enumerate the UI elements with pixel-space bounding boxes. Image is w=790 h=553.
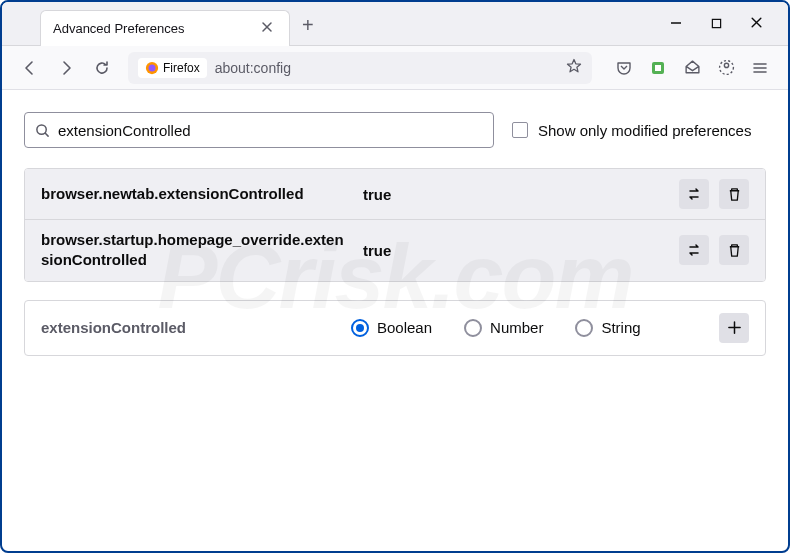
bookmark-star-icon[interactable] [566,58,582,78]
delete-button[interactable] [719,179,749,209]
close-window-button[interactable] [744,16,768,32]
toggle-button[interactable] [679,179,709,209]
menu-icon[interactable] [744,52,776,84]
preference-row: browser.startup.homepage_override.extens… [25,219,765,281]
svg-point-6 [724,63,728,67]
radio-label: Number [490,319,543,336]
show-modified-checkbox[interactable]: Show only modified preferences [512,122,751,139]
reload-button[interactable] [86,52,118,84]
add-button[interactable] [719,313,749,343]
close-tab-icon[interactable] [257,15,277,41]
preference-value: true [363,186,667,203]
search-icon [35,123,50,138]
tab-title: Advanced Preferences [53,21,257,36]
radio-string[interactable]: String [575,319,640,337]
delete-button[interactable] [719,235,749,265]
radio-icon [575,319,593,337]
new-preference-name: extensionControlled [41,319,351,336]
svg-rect-4 [655,65,661,71]
checkbox-icon [512,122,528,138]
type-radio-group: Boolean Number String [351,319,719,337]
url-bar[interactable]: Firefox about:config [128,52,592,84]
preference-row: browser.newtab.extensionControlled true [25,169,765,219]
radio-icon [351,319,369,337]
page-content: Show only modified preferences browser.n… [2,90,788,356]
pocket-icon[interactable] [608,52,640,84]
extension-icon[interactable] [642,52,674,84]
identity-badge[interactable]: Firefox [138,58,207,78]
minimize-button[interactable] [664,16,688,32]
mail-icon[interactable] [676,52,708,84]
new-preference-row: extensionControlled Boolean Number Strin… [24,300,766,356]
preference-name: browser.startup.homepage_override.extens… [41,230,351,271]
preferences-table: browser.newtab.extensionControlled true … [24,168,766,282]
toggle-button[interactable] [679,235,709,265]
firefox-icon [145,61,159,75]
account-icon[interactable] [710,52,742,84]
radio-number[interactable]: Number [464,319,543,337]
radio-icon [464,319,482,337]
preference-value: true [363,242,667,259]
preference-search-input[interactable] [58,122,483,139]
radio-label: String [601,319,640,336]
back-button[interactable] [14,52,46,84]
browser-tab[interactable]: Advanced Preferences [40,10,290,46]
radio-label: Boolean [377,319,432,336]
radio-boolean[interactable]: Boolean [351,319,432,337]
preference-name: browser.newtab.extensionControlled [41,184,351,204]
url-text: about:config [215,60,558,76]
preference-search-box[interactable] [24,112,494,148]
svg-rect-0 [712,19,720,27]
navigation-toolbar: Firefox about:config [2,46,788,90]
forward-button[interactable] [50,52,82,84]
svg-point-2 [149,64,156,71]
checkbox-label-text: Show only modified preferences [538,122,751,139]
maximize-button[interactable] [704,16,728,32]
new-tab-button[interactable]: + [290,6,326,45]
identity-label: Firefox [163,61,200,75]
titlebar: Advanced Preferences + [2,2,788,46]
